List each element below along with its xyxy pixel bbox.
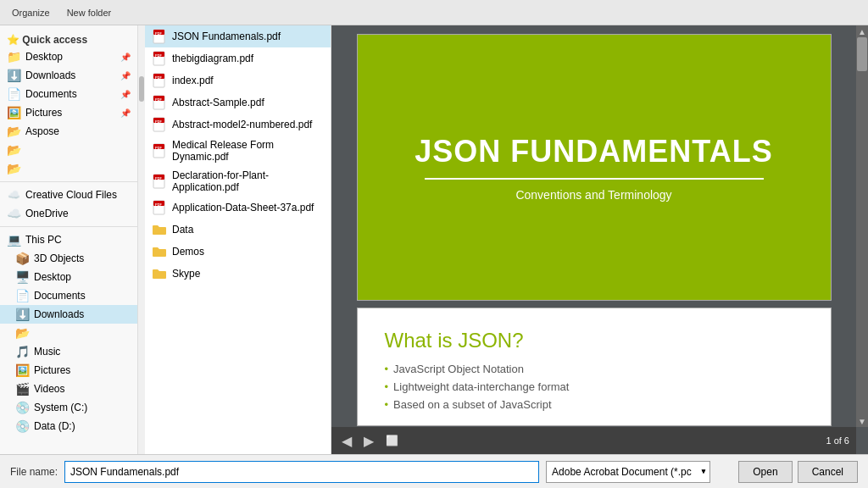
sidebar-item-hidden[interactable]: 📂 bbox=[0, 324, 137, 342]
slide2-bullet: Lightweight data-interchange format bbox=[385, 380, 804, 393]
sidebar-item-label: Desktop bbox=[34, 271, 71, 283]
divider bbox=[0, 181, 137, 182]
scroll-up-arrow[interactable]: ▲ bbox=[856, 25, 868, 37]
prev-page-button[interactable]: ◀ bbox=[338, 431, 355, 451]
sidebar-item-label: Videos bbox=[34, 383, 64, 395]
folder-vid-icon: 🎬 bbox=[15, 382, 29, 396]
sidebar-item-downloads[interactable]: ⬇️ Downloads bbox=[0, 305, 137, 324]
sidebar-item-videos[interactable]: 🎬 Videos bbox=[0, 380, 137, 398]
sidebar-item-label: Pictures bbox=[25, 107, 62, 119]
pdf-icon: PDF bbox=[152, 73, 167, 88]
svg-text:PDF: PDF bbox=[155, 176, 163, 180]
cancel-button[interactable]: Cancel bbox=[798, 461, 858, 483]
file-item[interactable]: PDF Medical Release Form Dynamic.pdf bbox=[145, 136, 331, 166]
sidebar-item-label: 3D Objects bbox=[34, 252, 84, 264]
slide2-title: What is JSON? bbox=[385, 329, 804, 352]
file-item[interactable]: PDF thebigdiagram.pdf bbox=[145, 47, 331, 69]
svg-text:PDF: PDF bbox=[155, 31, 163, 36]
file-name: thebigdiagram.pdf bbox=[172, 53, 253, 64]
sidebar-scrollbar[interactable] bbox=[138, 25, 145, 454]
sidebar-item-label: Desktop bbox=[25, 51, 63, 63]
folder-yellow-icon: 📂 bbox=[7, 125, 20, 138]
sidebar-item-extra1[interactable]: 📂 bbox=[0, 141, 137, 159]
scrollbar-track[interactable] bbox=[856, 37, 868, 415]
file-item[interactable]: PDF Declaration-for-Plant-Application.pd… bbox=[145, 166, 331, 197]
action-buttons: Open Cancel bbox=[738, 461, 858, 483]
pin-icon: 📌 bbox=[120, 90, 131, 99]
sidebar-item-data-d[interactable]: 💿 Data (D:) bbox=[0, 417, 137, 435]
file-item[interactable]: PDF index.pdf bbox=[145, 69, 331, 92]
filename-input[interactable] bbox=[64, 461, 539, 483]
folder-item[interactable]: Skype bbox=[145, 263, 331, 285]
toolbar: Organize New folder bbox=[0, 0, 868, 25]
music-icon: 🎵 bbox=[15, 345, 29, 358]
pdf-icon: PDF bbox=[152, 200, 167, 215]
slide2-bullet: JavaScript Object Notation bbox=[385, 363, 804, 375]
svg-text:PDF: PDF bbox=[155, 202, 163, 207]
main-area: ⭐ Quick access 📁 Desktop 📌 ⬇️ Downloads … bbox=[0, 25, 868, 454]
pin-icon: 📌 bbox=[120, 108, 131, 118]
file-item[interactable]: PDF Abstract-model2-numbered.pdf bbox=[145, 114, 331, 136]
sidebar-item-pictures[interactable]: 🖼️ Pictures 📌 bbox=[0, 103, 137, 122]
file-name: JSON Fundamenals.pdf bbox=[172, 30, 281, 42]
folder-pics-icon: 🖼️ bbox=[15, 363, 29, 377]
sidebar-item-desktop[interactable]: 📁 Desktop 📌 bbox=[0, 47, 137, 66]
sidebar-item-onedrive[interactable]: ☁️ OneDrive bbox=[0, 204, 137, 223]
open-button[interactable]: Open bbox=[738, 461, 792, 483]
organize-button[interactable]: Organize bbox=[7, 6, 55, 19]
preview-bottom-bar: ◀ ▶ ⬜ 1 of 6 bbox=[331, 427, 856, 454]
file-item[interactable]: PDF Application-Data-Sheet-37a.pdf bbox=[145, 197, 331, 219]
sidebar-item-downloads-quick[interactable]: ⬇️ Downloads 📌 bbox=[0, 66, 137, 85]
pin-icon: 📌 bbox=[120, 53, 131, 62]
sidebar-item-system-c[interactable]: 💿 System (C:) bbox=[0, 398, 137, 417]
slide2-bullet: Based on a subset of JavaScript bbox=[385, 398, 804, 411]
file-item[interactable]: PDF JSON Fundamenals.pdf bbox=[145, 25, 331, 47]
sidebar-item-documents[interactable]: 📄 Documents 📌 bbox=[0, 85, 137, 103]
file-list: PDF JSON Fundamenals.pdf PDF thebigdiagr… bbox=[145, 25, 331, 454]
fit-page-button[interactable]: ⬜ bbox=[382, 433, 402, 448]
folder-item[interactable]: Demos bbox=[145, 241, 331, 263]
sidebar-item-music[interactable]: 🎵 Music bbox=[0, 342, 137, 361]
sidebar-item-label: Creative Cloud Files bbox=[25, 189, 117, 201]
folder-yellow-icon: 📂 bbox=[7, 143, 20, 157]
svg-text:PDF: PDF bbox=[155, 75, 163, 80]
sidebar-item-this-pc[interactable]: 💻 This PC bbox=[0, 230, 137, 249]
folder-docs-icon: 📄 bbox=[7, 87, 20, 101]
new-folder-button[interactable]: New folder bbox=[62, 6, 117, 19]
file-item[interactable]: PDF Abstract-Sample.pdf bbox=[145, 92, 331, 114]
sidebar-item-label: Aspose bbox=[25, 125, 59, 137]
sidebar-item-documents2[interactable]: 📄 Documents bbox=[0, 286, 137, 305]
bottom-bar: File name: Adobe Acrobat Document (*.pc … bbox=[0, 454, 868, 488]
sidebar-item-3d-objects[interactable]: 📦 3D Objects bbox=[0, 249, 137, 268]
sidebar-item-extra2[interactable]: 📂 bbox=[0, 159, 137, 178]
folder-docs-icon: 📄 bbox=[15, 289, 29, 302]
sidebar-item-label: Data (D:) bbox=[34, 420, 75, 432]
sidebar-item-label: OneDrive bbox=[25, 208, 69, 219]
pdf-icon: PDF bbox=[152, 174, 167, 189]
folder-item[interactable]: Data bbox=[145, 219, 331, 241]
sidebar: ⭐ Quick access 📁 Desktop 📌 ⬇️ Downloads … bbox=[0, 25, 138, 454]
folder-icon bbox=[152, 266, 167, 281]
next-page-button[interactable]: ▶ bbox=[360, 431, 377, 451]
svg-text:PDF: PDF bbox=[155, 53, 163, 58]
filetype-select[interactable]: Adobe Acrobat Document (*.pc bbox=[546, 461, 710, 483]
file-name: Medical Release Form Dynamic.pdf bbox=[172, 139, 324, 163]
this-pc-icon: 💻 bbox=[7, 233, 20, 247]
sidebar-item-pictures2[interactable]: 🖼️ Pictures bbox=[0, 361, 137, 380]
preview-scrollbar[interactable]: ▲ ▼ bbox=[856, 25, 868, 427]
file-name: Abstract-model2-numbered.pdf bbox=[172, 119, 312, 130]
drive-icon: 💿 bbox=[15, 401, 29, 414]
sidebar-item-aspose[interactable]: 📂 Aspose bbox=[0, 122, 137, 141]
pdf-preview-area: JSON FUNDAMENTALS Conventions and Termin… bbox=[331, 25, 856, 427]
sidebar-item-desktop2[interactable]: 🖥️ Desktop bbox=[0, 268, 137, 286]
sidebar-item-label: This PC bbox=[25, 234, 62, 246]
sidebar-item-label: Downloads bbox=[34, 308, 84, 320]
svg-text:PDF: PDF bbox=[155, 97, 163, 102]
pdf-icon: PDF bbox=[152, 143, 167, 158]
scroll-down-arrow[interactable]: ▼ bbox=[856, 415, 868, 427]
sidebar-item-creative-cloud[interactable]: ☁️ Creative Cloud Files bbox=[0, 186, 137, 204]
sidebar-item-label: Pictures bbox=[34, 364, 70, 376]
folder-yellow-icon: 📂 bbox=[15, 326, 29, 340]
scrollbar-thumb[interactable] bbox=[857, 37, 867, 71]
filetype-wrapper: Adobe Acrobat Document (*.pc ▼ bbox=[546, 461, 710, 483]
